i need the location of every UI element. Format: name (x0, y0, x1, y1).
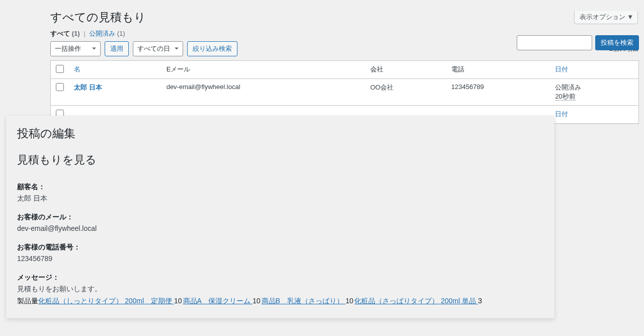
customer-email-label: お客様のメール： (17, 212, 543, 222)
filter-all-label: すべて (50, 30, 70, 37)
filter-all[interactable]: すべて (1) (50, 30, 82, 37)
row-checkbox[interactable] (56, 83, 64, 91)
col-header-company: 会社 (365, 60, 446, 78)
row-company: OO会社 (365, 78, 446, 105)
product-link[interactable]: 商品B 乳液（さっぱり） (262, 297, 346, 305)
field-message: メッセージ： 見積もりをお願いします。 (17, 272, 543, 294)
date-filter-select[interactable]: すべての日付 (133, 41, 183, 56)
product-qty: 10 (346, 297, 355, 305)
product-qty: 10 (253, 297, 262, 305)
table-row: 太郎 日本 dev-email@flywheel.local OO会社 1234… (51, 78, 639, 105)
select-all-checkbox[interactable] (56, 65, 64, 73)
row-email: dev-email@flywheel.local (162, 78, 365, 105)
customer-phone-value: 123456789 (17, 255, 52, 263)
product-qty: 3 (478, 297, 483, 305)
row-date: 公開済み 20秒前 (550, 78, 638, 105)
customer-email-value: dev-email@flywheel.local (17, 224, 97, 232)
product-link[interactable]: 化粧品（しっとりタイプ） 200ml 定期便 (38, 297, 174, 305)
message-label: メッセージ： (17, 272, 543, 283)
products-line: 製品量化粧品（しっとりタイプ） 200ml 定期便 10商品A 保湿クリーム 1… (17, 295, 543, 306)
edit-quote-panel: 投稿の編集 見積もりを見る 顧客名： 太郎 日本 お客様のメール： dev-em… (6, 116, 554, 318)
filter-published-label: 公開済み (89, 30, 115, 37)
bulk-apply-button[interactable]: 適用 (105, 41, 129, 56)
row-date-status: 公開済み (555, 83, 581, 91)
col-header-date[interactable]: 日付 (555, 65, 568, 73)
product-link[interactable]: 化粧品（さっぱりタイプ） 200ml 単品 (354, 297, 478, 305)
customer-phone-label: お客様の電話番号： (17, 242, 543, 253)
bulk-action-select[interactable]: 一括操作 (50, 41, 101, 56)
search-button[interactable]: 投稿を検索 (595, 35, 639, 50)
edit-subheading: 見積もりを見る (17, 152, 543, 167)
col-header-phone: 電話 (446, 60, 550, 78)
filter-published[interactable]: 公開済み (1) (89, 30, 125, 37)
product-link[interactable]: 商品A 保湿クリーム (183, 297, 253, 305)
col-footer-date[interactable]: 日付 (555, 110, 568, 118)
row-date-ago: 20秒前 (555, 93, 575, 101)
col-header-name[interactable]: 名 (74, 65, 80, 73)
field-customer-email: お客様のメール： dev-email@flywheel.local (17, 212, 543, 234)
edit-heading: 投稿の編集 (17, 126, 543, 141)
field-customer-phone: お客様の電話番号： 123456789 (17, 242, 543, 264)
field-customer-name: 顧客名： 太郎 日本 (17, 182, 543, 204)
filter-published-count: (1) (117, 30, 125, 37)
row-name-link[interactable]: 太郎 日本 (74, 83, 102, 91)
customer-name-value: 太郎 日本 (17, 194, 47, 202)
col-header-email: Eメール (162, 60, 365, 78)
filter-all-count: (1) (72, 30, 80, 37)
quotes-table: 名 Eメール 会社 電話 日付 太郎 日本 dev-email@flywheel… (50, 60, 639, 124)
quotes-list-panel: すべての見積もり 投稿を検索 すべて (1) | 公開済み (1) 一括操作 適… (50, 10, 639, 124)
product-qty: 10 (174, 297, 183, 305)
page-title: すべての見積もり (50, 10, 639, 25)
customer-name-label: 顧客名： (17, 182, 543, 192)
products-prefix: 製品量 (17, 297, 38, 305)
message-value: 見積もりをお願いします。 (17, 285, 102, 293)
search-input[interactable] (517, 35, 592, 50)
row-phone: 123456789 (446, 78, 550, 105)
filter-button[interactable]: 絞り込み検索 (187, 41, 237, 56)
